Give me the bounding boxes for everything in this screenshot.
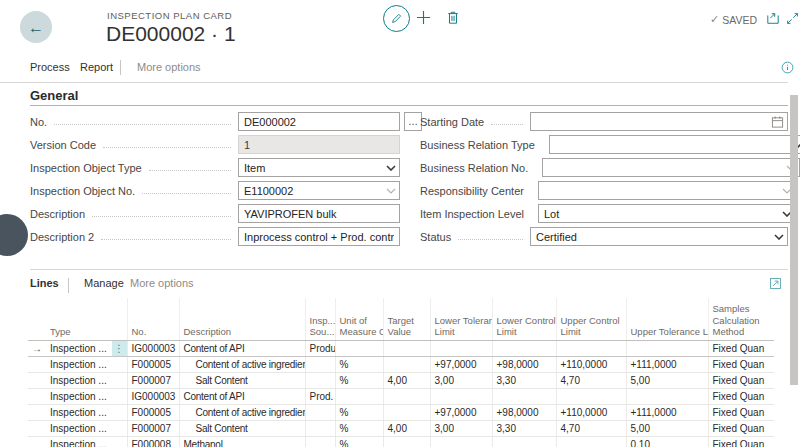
cell-lcl[interactable]: 3,30 bbox=[492, 421, 556, 437]
cell-ucl[interactable]: 4,70 bbox=[556, 373, 626, 389]
column-header-utl[interactable]: Upper Tolerance Limit bbox=[626, 298, 708, 341]
date-picker-button[interactable] bbox=[771, 115, 784, 128]
column-header-samples[interactable]: SamplesCalculationMethod bbox=[708, 298, 774, 341]
cell-type[interactable]: Inspection ... bbox=[46, 357, 127, 373]
cell-no[interactable]: IG000003 bbox=[127, 389, 179, 405]
back-button[interactable]: ← bbox=[20, 11, 52, 43]
cell-src[interactable]: Produ... bbox=[305, 341, 335, 357]
cell-lcl[interactable]: 3,30 bbox=[492, 373, 556, 389]
menu-item-report[interactable]: Report bbox=[80, 61, 113, 73]
cell-utl[interactable]: 5,00 bbox=[626, 373, 708, 389]
field-input-inspection-object-no[interactable] bbox=[238, 181, 400, 200]
table-row[interactable]: Inspection ...F000005Content of active i… bbox=[28, 405, 774, 421]
column-header-type[interactable]: Type bbox=[46, 298, 127, 341]
cell-utl[interactable]: +111,0000 bbox=[626, 357, 708, 373]
cell-lcl[interactable] bbox=[492, 437, 556, 447]
field-input-description[interactable] bbox=[238, 204, 400, 223]
menu-item-manage[interactable]: Manage bbox=[84, 277, 124, 289]
open-in-new-window-icon[interactable] bbox=[766, 12, 780, 25]
info-icon[interactable] bbox=[781, 61, 794, 74]
cell-desc[interactable]: Salt Content bbox=[179, 421, 305, 437]
cell-uom[interactable] bbox=[335, 341, 383, 357]
cell-src[interactable] bbox=[305, 373, 335, 389]
field-input-responsibility-center[interactable] bbox=[538, 181, 796, 200]
cell-src[interactable] bbox=[305, 437, 335, 447]
cell-utl[interactable]: 5,00 bbox=[626, 421, 708, 437]
cell-utl[interactable]: 0.10 bbox=[626, 437, 708, 447]
cell-no[interactable]: IG000003 bbox=[127, 341, 179, 357]
cell-ucl[interactable]: +110,0000 bbox=[556, 405, 626, 421]
cell-type[interactable]: Inspection ... bbox=[46, 437, 127, 447]
cell-uom[interactable]: % bbox=[335, 437, 383, 447]
column-header-no[interactable]: No. bbox=[127, 298, 179, 341]
cell-uom[interactable] bbox=[335, 389, 383, 405]
field-input-item-inspection-level[interactable] bbox=[538, 204, 796, 223]
row-menu-button[interactable]: ⋮ bbox=[112, 341, 127, 356]
field-input-description-2[interactable] bbox=[238, 227, 400, 246]
edit-icon[interactable] bbox=[383, 5, 410, 32]
column-header-target[interactable]: TargetValue bbox=[383, 298, 430, 341]
cell-desc[interactable]: Content of API bbox=[179, 389, 305, 405]
cell-samples[interactable]: Fixed Quan bbox=[708, 341, 774, 357]
dropdown-button-status[interactable] bbox=[774, 234, 784, 240]
field-input-starting-date[interactable] bbox=[530, 112, 788, 131]
cell-no[interactable]: F000007 bbox=[127, 373, 179, 389]
field-input-business-relation-no[interactable] bbox=[542, 158, 800, 177]
cell-ltl[interactable]: 3,00 bbox=[430, 373, 492, 389]
field-input-business-relation-type[interactable] bbox=[549, 135, 800, 154]
cell-src[interactable] bbox=[305, 421, 335, 437]
cell-ucl[interactable]: +110,0000 bbox=[556, 357, 626, 373]
column-header-lcl[interactable]: Lower ControlLimit bbox=[492, 298, 556, 341]
menu-item-process[interactable]: Process bbox=[30, 61, 70, 73]
field-input-inspection-object-type[interactable] bbox=[238, 158, 400, 177]
cell-type[interactable]: Inspection ... bbox=[46, 421, 127, 437]
cell-ltl[interactable] bbox=[430, 341, 492, 357]
cell-desc[interactable]: Content of active ingredient bbox=[179, 405, 305, 421]
cell-target[interactable] bbox=[383, 389, 430, 405]
cell-utl[interactable]: +111,0000 bbox=[626, 405, 708, 421]
table-row[interactable]: Inspection ...F000005Content of active i… bbox=[28, 357, 774, 373]
cell-ltl[interactable]: +97,0000 bbox=[430, 357, 492, 373]
cell-desc[interactable]: Methanol bbox=[179, 437, 305, 447]
field-input-status[interactable] bbox=[530, 227, 788, 246]
cell-lcl[interactable] bbox=[492, 341, 556, 357]
column-header-ucl[interactable]: Upper ControlLimit bbox=[556, 298, 626, 341]
field-input-no[interactable] bbox=[238, 112, 400, 131]
cell-no[interactable]: F000007 bbox=[127, 421, 179, 437]
cell-ltl[interactable]: +97,0000 bbox=[430, 405, 492, 421]
cell-target[interactable]: 4,00 bbox=[383, 373, 430, 389]
cell-samples[interactable]: Fixed Quan bbox=[708, 405, 774, 421]
cell-samples[interactable]: Fixed Quan bbox=[708, 373, 774, 389]
table-row[interactable]: Inspection ...F000007Salt Content%4,003,… bbox=[28, 373, 774, 389]
cell-target[interactable] bbox=[383, 405, 430, 421]
cell-no[interactable]: F000005 bbox=[127, 405, 179, 421]
collapse-window-icon[interactable] bbox=[786, 12, 799, 25]
column-header-uom[interactable]: Unit ofMeasure Code bbox=[335, 298, 383, 341]
table-row[interactable]: →Inspection ...⋮IG000003Content of APIPr… bbox=[28, 341, 774, 357]
cell-desc[interactable]: Content of active ingredient bbox=[179, 357, 305, 373]
cell-target[interactable]: 4,00 bbox=[383, 421, 430, 437]
cell-src[interactable] bbox=[305, 357, 335, 373]
table-row[interactable]: Inspection ...IG000003Content of APIProd… bbox=[28, 389, 774, 405]
cell-type[interactable]: Inspection ... bbox=[46, 405, 127, 421]
table-row[interactable]: Inspection ...F000007Salt Content%4,003,… bbox=[28, 421, 774, 437]
cell-type[interactable]: Inspection ...⋮ bbox=[46, 341, 127, 357]
vertical-scrollbar[interactable] bbox=[790, 95, 798, 385]
cell-ucl[interactable] bbox=[556, 341, 626, 357]
cell-ucl[interactable] bbox=[556, 389, 626, 405]
focus-mode-icon[interactable] bbox=[769, 277, 782, 290]
cell-desc[interactable]: Salt Content bbox=[179, 373, 305, 389]
lines-more-options-button[interactable]: More options bbox=[130, 277, 194, 289]
lookup-button-inspection-object-no[interactable] bbox=[386, 188, 396, 194]
cell-type[interactable]: Inspection ... bbox=[46, 373, 127, 389]
side-panel-handle[interactable] bbox=[0, 214, 28, 256]
column-header-src[interactable]: Insp...Sou... bbox=[305, 298, 335, 341]
new-icon[interactable] bbox=[416, 10, 431, 25]
cell-samples[interactable]: Fixed Quan bbox=[708, 437, 774, 447]
cell-ucl[interactable] bbox=[556, 437, 626, 447]
cell-type[interactable]: Inspection ... bbox=[46, 389, 127, 405]
cell-samples[interactable]: Fixed Quan bbox=[708, 357, 774, 373]
cell-desc[interactable]: Content of API bbox=[179, 341, 305, 357]
cell-utl[interactable] bbox=[626, 341, 708, 357]
cell-ucl[interactable]: 4,70 bbox=[556, 421, 626, 437]
